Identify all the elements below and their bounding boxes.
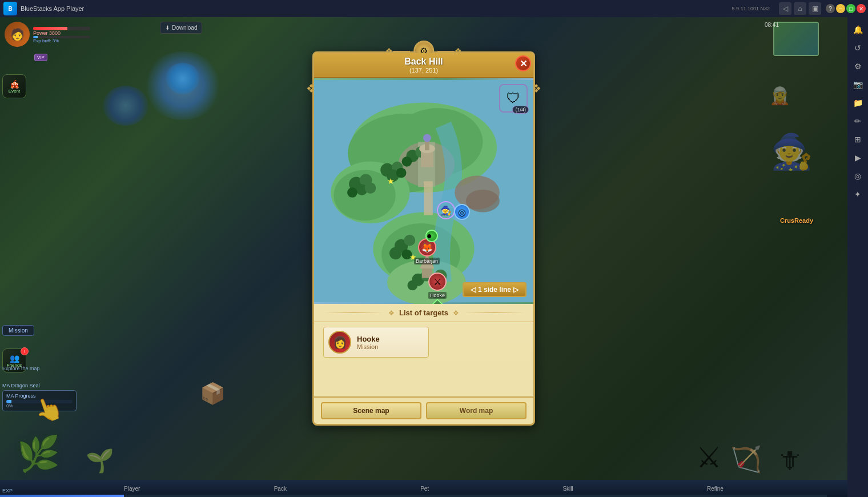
dialog-title: Back Hill — [320, 57, 528, 67]
target-name: Hooke — [357, 335, 380, 343]
maximize-btn[interactable]: □ — [846, 4, 855, 13]
bar-pack[interactable]: Pack — [274, 486, 287, 492]
circle-marker[interactable]: ● — [425, 230, 438, 242]
hooke-marker[interactable]: ⚔ Hooke — [428, 272, 447, 304]
player-marker[interactable]: 🧙 — [437, 201, 455, 219]
targets-header: ❖ List of targets ❖ — [314, 304, 533, 322]
dialog-title-bar: Back Hill (137, 251) ✕ — [314, 53, 533, 78]
target-avatar: 👩 — [328, 331, 351, 354]
titlebar-nav: ◁ ⌂ ▣ — [779, 2, 821, 15]
hooke-diamond — [431, 299, 444, 304]
sidebar-icon-macro[interactable]: ▶ — [850, 150, 866, 166]
hooke-label: Hooke — [428, 292, 447, 299]
app-title: BlueStacks App Player — [21, 5, 732, 12]
exp-bottom-label: EXP — [2, 488, 13, 494]
quest-count: (1/4) — [512, 106, 529, 114]
close-btn-titlebar[interactable]: ✕ — [857, 4, 866, 13]
sidebar-icon-multi[interactable]: ⊞ — [850, 131, 866, 147]
svg-point-23 — [365, 182, 376, 194]
side-line-button[interactable]: 1 side line — [463, 282, 527, 297]
svg-rect-11 — [424, 181, 433, 215]
quest-icon: 🛡 — [507, 90, 520, 106]
targets-deco-left: ❖ — [388, 309, 395, 317]
game-area: 🌿 🌱 📦 🧙 🧝 ⚔ 🏹 🗡 🧑 Power 3800 Exp buff: 3… — [0, 17, 847, 497]
world-map-button[interactable]: Word map — [426, 402, 527, 419]
minimize-btn[interactable]: − — [836, 4, 845, 13]
sidebar-icon-files[interactable]: 📁 — [850, 95, 866, 111]
portal-marker[interactable]: ◎ — [454, 204, 470, 220]
bar-player[interactable]: Player — [124, 486, 140, 492]
titlebar: B BlueStacks App Player 5.9.11.1001 N32 … — [0, 0, 868, 17]
back-btn[interactable]: ◁ — [779, 2, 791, 15]
target-item[interactable]: 👩 Hooke Mission — [323, 327, 429, 358]
app-version: 5.9.11.1001 N32 — [732, 6, 770, 11]
targets-line-right — [464, 312, 524, 313]
dialog-coords: (137, 251) — [320, 67, 528, 74]
sidebar-icon-refresh[interactable]: ↺ — [850, 40, 866, 56]
exp-bar-bottom — [0, 495, 827, 497]
portal-icon: ◎ — [454, 204, 470, 220]
svg-point-34 — [466, 190, 500, 212]
home-btn[interactable]: ⌂ — [794, 2, 806, 15]
bar-pet[interactable]: Pet — [420, 486, 429, 492]
sidebar-icon-screenshot[interactable]: 📷 — [850, 77, 866, 93]
bar-refine[interactable]: Refine — [707, 486, 724, 492]
side-line-arrow-right — [513, 286, 519, 294]
dialog-footer: Scene map Word map — [314, 396, 533, 424]
map-container: ★ ★ ★ 🛡 (1/4) — [314, 78, 533, 304]
scene-map-button[interactable]: Scene map — [321, 402, 421, 419]
bar-skill[interactable]: Skill — [562, 486, 573, 492]
dialog-overlay: ❖─── ⚙ ───❖ ❖ ❖ Back Hill (137, 251) ✕ — [0, 17, 847, 497]
main-dialog: ❖─── ⚙ ───❖ ❖ ❖ Back Hill (137, 251) ✕ — [312, 51, 535, 426]
help-btn[interactable]: ? — [826, 4, 835, 13]
svg-text:★: ★ — [387, 177, 395, 186]
monster-label: Barbarjan — [414, 258, 440, 264]
app-logo: B — [3, 2, 17, 15]
side-line-label: 1 side line — [478, 286, 511, 294]
svg-point-26 — [389, 247, 402, 259]
exp-bar-fill — [0, 495, 124, 497]
sidebar-icon-notification[interactable]: 🔔 — [850, 22, 866, 38]
targets-list: 👩 Hooke Mission — [314, 322, 533, 396]
svg-point-30 — [407, 280, 417, 291]
svg-point-18 — [402, 157, 412, 167]
svg-point-41 — [423, 134, 431, 142]
player-icon: 🧙 — [437, 201, 455, 219]
window-controls: ? − □ ✕ — [826, 4, 866, 13]
circle-icon: ● — [425, 230, 438, 242]
close-dialog-button[interactable]: ✕ — [515, 55, 531, 71]
quest-badge[interactable]: 🛡 (1/4) — [499, 84, 528, 113]
map-svg: ★ ★ ★ — [314, 78, 533, 304]
target-type: Mission — [357, 343, 380, 350]
hooke-icon: ⚔ — [428, 272, 447, 291]
svg-point-22 — [347, 187, 357, 198]
targets-deco-right: ❖ — [453, 309, 459, 317]
svg-point-15 — [396, 168, 407, 178]
targets-line-left — [323, 312, 384, 313]
sidebar-icon-ai[interactable]: ✦ — [850, 186, 866, 202]
sidebar-icon-settings[interactable]: ⚙ — [850, 58, 866, 74]
right-sidebar: 🔔 ↺ ⚙ 📷 📁 ✏ ⊞ ▶ ◎ ✦ — [847, 17, 868, 497]
targets-title: List of targets — [399, 308, 448, 317]
side-line-arrow-left — [471, 286, 476, 294]
sidebar-icon-edit[interactable]: ✏ — [850, 113, 866, 129]
target-info: Hooke Mission — [357, 335, 380, 350]
history-btn[interactable]: ▣ — [809, 2, 821, 15]
sidebar-icon-script[interactable]: ◎ — [850, 168, 866, 184]
